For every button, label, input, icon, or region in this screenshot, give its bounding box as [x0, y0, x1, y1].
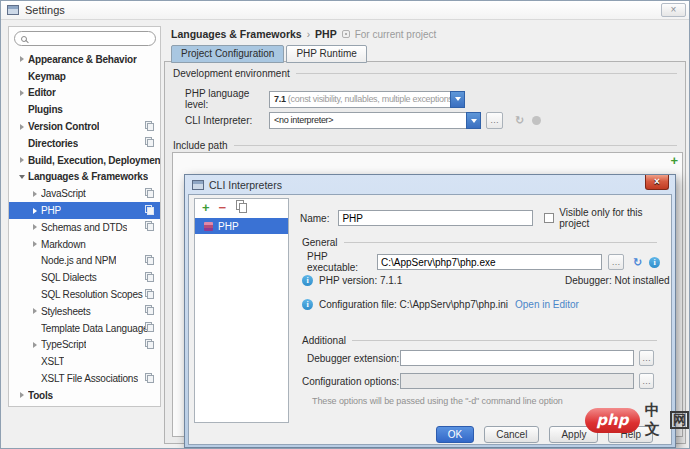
sidebar-item-stylesheets[interactable]: Stylesheets — [9, 303, 160, 320]
configuration-options-label: Configuration options: — [302, 376, 400, 387]
project-level-icon — [147, 375, 154, 383]
cli-browse-button[interactable]: … — [486, 112, 503, 129]
project-level-icon — [147, 307, 154, 315]
config-file-row: i Configuration file: C:\AppServ\php7\ph… — [302, 299, 579, 310]
sidebar-item-keymap[interactable]: Keymap — [9, 68, 160, 85]
chevron-collapsed-icon[interactable] — [28, 308, 41, 314]
tab-project-configuration[interactable]: Project Configuration — [171, 45, 284, 63]
chevron-collapsed-icon[interactable] — [15, 392, 28, 398]
php-language-level-select[interactable]: 7.1 (const visibility, nullables, multip… — [269, 91, 465, 108]
chevron-collapsed-icon[interactable] — [28, 342, 41, 348]
remove-interpreter-button[interactable]: − — [219, 202, 227, 213]
configuration-options-browse-button[interactable]: … — [639, 373, 654, 389]
group-divider — [296, 73, 677, 74]
open-in-editor-link[interactable]: Open in Editor — [515, 299, 579, 310]
sidebar-item-directories[interactable]: Directories — [9, 135, 160, 152]
project-level-icon — [147, 274, 154, 282]
reload-phpinfo-icon[interactable]: ↻ — [633, 256, 642, 269]
chevron-expanded-icon[interactable] — [15, 175, 28, 179]
search-input[interactable] — [31, 33, 149, 44]
watermark-text: 中文网 — [645, 401, 689, 439]
chevron-collapsed-icon[interactable] — [15, 56, 28, 62]
sidebar-item-label: SQL Dialects — [41, 272, 97, 283]
show-phpinfo-icon[interactable]: i — [649, 257, 660, 268]
sidebar-item-label: Stylesheets — [41, 306, 91, 317]
cli-interpreter-value: <no interpreter> — [269, 112, 466, 129]
project-level-icon — [147, 324, 154, 332]
add-interpreter-button[interactable]: + — [202, 202, 210, 213]
sidebar-item-appearance-behavior[interactable]: Appearance & Behavior — [9, 51, 160, 68]
php-executable-input[interactable] — [377, 254, 602, 270]
info-icon: i — [302, 275, 313, 286]
debugger-extension-input[interactable] — [400, 350, 634, 366]
chevron-down-icon[interactable] — [466, 112, 481, 129]
name-row: Name: Visible only for this project — [300, 207, 671, 229]
chevron-collapsed-icon[interactable] — [28, 241, 41, 247]
cancel-button[interactable]: Cancel — [484, 426, 539, 443]
group-divider — [234, 145, 678, 146]
sidebar-item-languages-frameworks[interactable]: Languages & Frameworks — [9, 169, 160, 186]
interpreter-list: PHP — [195, 218, 288, 234]
chevron-collapsed-icon[interactable] — [28, 224, 41, 230]
config-file-text: Configuration file: C:\AppServ\php7\php.… — [319, 299, 508, 310]
sidebar-item-version-control[interactable]: Version Control — [9, 118, 160, 135]
chevron-down-icon[interactable] — [450, 91, 465, 108]
executable-browse-button[interactable]: … — [608, 254, 624, 270]
sidebar-item-xslt-file-associations[interactable]: XSLT File Associations — [9, 370, 160, 387]
copy-interpreter-icon[interactable] — [239, 203, 247, 213]
sidebar-item-php[interactable]: PHP — [9, 202, 160, 219]
dialog-close-button[interactable]: × — [645, 175, 669, 190]
sidebar-item-xslt[interactable]: XSLT — [9, 353, 160, 370]
sidebar-item-node-js-and-npm[interactable]: Node.js and NPM — [9, 253, 160, 270]
sidebar-item-build-execution-deployment[interactable]: Build, Execution, Deployment — [9, 152, 160, 169]
debugger-extension-browse-button[interactable]: … — [639, 350, 654, 366]
sidebar-item-label: Appearance & Behavior — [28, 54, 137, 65]
window-title: Settings — [25, 4, 65, 16]
add-include-path-icon[interactable]: + — [670, 155, 678, 166]
sidebar-item-label: JavaScript — [41, 188, 86, 199]
visible-only-checkbox[interactable] — [544, 213, 554, 223]
project-level-icon — [147, 207, 154, 215]
sidebar-item-schemas-and-dtds[interactable]: Schemas and DTDs — [9, 219, 160, 236]
scope-note: For current project — [355, 29, 437, 40]
settings-search[interactable] — [14, 31, 156, 46]
interpreter-item-label: PHP — [218, 221, 239, 232]
php-executable-label: PHP executable: — [307, 251, 377, 273]
sidebar-item-label: XSLT — [41, 356, 64, 367]
dialog-titlebar[interactable]: CLI Interpreters — [188, 175, 672, 194]
tab-php-runtime[interactable]: PHP Runtime — [286, 45, 366, 63]
sidebar-item-sql-resolution-scopes[interactable]: SQL Resolution Scopes — [9, 286, 160, 303]
additional-group-label: Additional — [302, 335, 346, 346]
window-close-button[interactable]: × — [661, 3, 686, 17]
project-level-icon — [147, 223, 154, 231]
ok-button[interactable]: OK — [436, 426, 474, 443]
chevron-collapsed-icon[interactable] — [28, 208, 41, 214]
cli-interpreter-select[interactable]: <no interpreter> — [269, 112, 481, 129]
php-logo: php — [585, 408, 640, 433]
chevron-collapsed-icon[interactable] — [15, 90, 28, 96]
sidebar-item-plugins[interactable]: Plugins — [9, 101, 160, 118]
sidebar-item-label: Editor — [28, 87, 56, 98]
options-note: These options will be passed using the "… — [312, 396, 563, 406]
php-version-text: PHP version: 7.1.1 — [319, 275, 402, 286]
settings-tree: Appearance & BehaviorKeymapEditorPlugins… — [9, 51, 160, 406]
sidebar-item-javascript[interactable]: JavaScript — [9, 185, 160, 202]
chevron-collapsed-icon[interactable] — [15, 124, 28, 130]
php-version-row: i PHP version: 7.1.1 — [302, 275, 402, 286]
chevron-collapsed-icon[interactable] — [28, 191, 41, 197]
sidebar-item-editor[interactable]: Editor — [9, 85, 160, 102]
breadcrumb-parent[interactable]: Languages & Frameworks — [171, 28, 302, 40]
reload-icon: ↻ — [515, 114, 524, 127]
sidebar-item-sql-dialects[interactable]: SQL Dialects — [9, 269, 160, 286]
debugger-status-text: Debugger: Not installed — [565, 275, 670, 286]
chevron-collapsed-icon[interactable] — [15, 157, 28, 163]
sidebar-item-tools[interactable]: Tools — [9, 387, 160, 404]
configuration-options-input[interactable] — [400, 373, 634, 389]
interpreter-item-php[interactable]: PHP — [195, 218, 288, 234]
sidebar-item-markdown[interactable]: Markdown — [9, 236, 160, 253]
sidebar-item-template-data-languages[interactable]: Template Data Languages — [9, 320, 160, 337]
debugger-extension-label: Debugger extension: — [307, 353, 400, 364]
name-input[interactable] — [338, 210, 533, 226]
sidebar-item-typescript[interactable]: TypeScript — [9, 337, 160, 354]
dialog-icon — [192, 180, 204, 190]
